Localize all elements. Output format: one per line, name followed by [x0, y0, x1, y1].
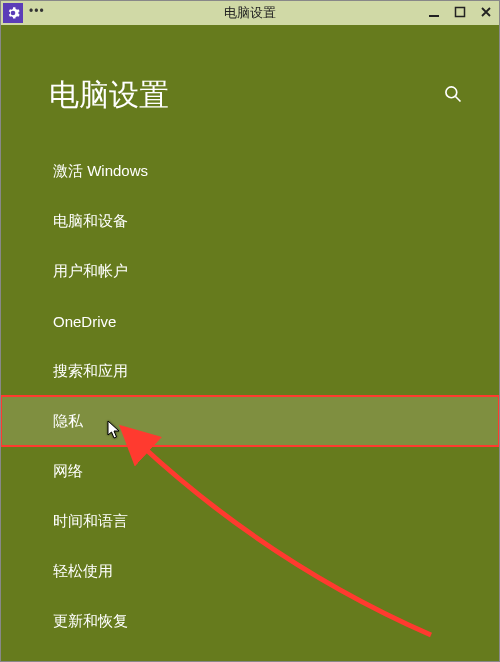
window-title: 电脑设置	[1, 4, 499, 22]
window-controls	[427, 1, 493, 25]
app-icon	[3, 3, 23, 23]
nav-item-label: 搜索和应用	[53, 362, 128, 381]
close-button[interactable]	[479, 6, 493, 21]
titlebar-menu-dots[interactable]: •••	[29, 5, 45, 17]
nav-item-label: 激活 Windows	[53, 162, 148, 181]
nav-item-time-language[interactable]: 时间和语言	[1, 496, 499, 546]
minimize-button[interactable]	[427, 6, 441, 21]
nav-item-label: 电脑和设备	[53, 212, 128, 231]
nav-item-label: 用户和帐户	[53, 262, 128, 281]
nav-item-label: 轻松使用	[53, 562, 113, 581]
nav-item-update-recovery[interactable]: 更新和恢复	[1, 596, 499, 646]
nav-item-network[interactable]: 网络	[1, 446, 499, 496]
nav-item-label: 隐私	[53, 412, 83, 431]
nav-item-users-accounts[interactable]: 用户和帐户	[1, 246, 499, 296]
titlebar-left: •••	[1, 3, 45, 23]
content-area: 电脑设置 激活 Windows 电脑和设备 用户和帐户 OneDrive 搜索和…	[1, 25, 499, 661]
nav-item-activate-windows[interactable]: 激活 Windows	[1, 146, 499, 196]
nav-item-search-apps[interactable]: 搜索和应用	[1, 346, 499, 396]
nav-item-label: 时间和语言	[53, 512, 128, 531]
nav-item-pc-devices[interactable]: 电脑和设备	[1, 196, 499, 246]
search-icon[interactable]	[443, 84, 463, 108]
nav-list: 激活 Windows 电脑和设备 用户和帐户 OneDrive 搜索和应用 隐私…	[1, 146, 499, 646]
nav-item-label: OneDrive	[53, 313, 116, 330]
svg-rect-0	[429, 15, 439, 17]
svg-rect-1	[456, 7, 465, 16]
gear-icon	[6, 6, 20, 20]
nav-item-label: 更新和恢复	[53, 612, 128, 631]
svg-line-3	[456, 96, 461, 101]
header-row: 电脑设置	[1, 25, 499, 146]
titlebar: ••• 电脑设置	[1, 1, 499, 25]
nav-item-onedrive[interactable]: OneDrive	[1, 296, 499, 346]
nav-item-privacy[interactable]: 隐私	[1, 396, 499, 446]
nav-item-label: 网络	[53, 462, 83, 481]
nav-item-ease-of-access[interactable]: 轻松使用	[1, 546, 499, 596]
svg-point-2	[446, 86, 457, 97]
page-title: 电脑设置	[49, 75, 169, 116]
maximize-button[interactable]	[453, 6, 467, 21]
